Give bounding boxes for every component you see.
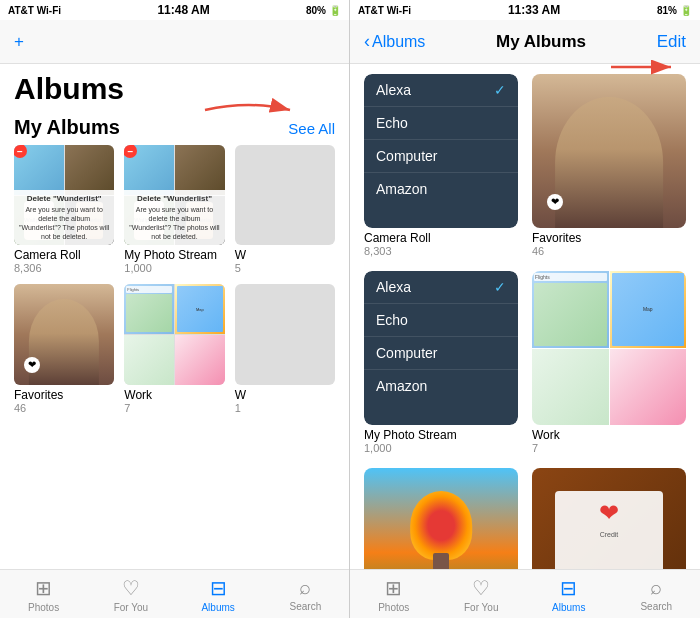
album-thumb-photo-stream: − Wallpapers Wunderlist Delete "Wunderli… <box>124 145 224 245</box>
right-album-balloon[interactable] <box>364 468 518 569</box>
album-thumb-favorites: ❤ <box>14 284 114 384</box>
left-carrier: AT&T Wi-Fi <box>8 5 61 16</box>
dropdown-item-amazon-2: Amazon <box>364 370 518 402</box>
left-time: 11:48 AM <box>157 3 209 17</box>
right-album-camera-roll[interactable]: Alexa ✓ Echo Computer Amazon <box>364 74 518 257</box>
for-you-icon-right: ♡ <box>472 576 490 600</box>
right-album-count-3: 7 <box>532 442 686 454</box>
album-count-5: 1 <box>235 402 335 414</box>
for-you-icon-left: ♡ <box>122 576 140 600</box>
tab-search-right[interactable]: ⌕ Search <box>613 576 701 612</box>
album-thumb-w2 <box>235 284 335 384</box>
right-album-count-0: 8,303 <box>364 245 518 257</box>
dropdown-menu-1: Alexa ✓ Echo Computer Amazon <box>364 74 518 228</box>
album-name-5: W <box>235 388 335 402</box>
right-screen: AT&T Wi-Fi 11:33 AM 81% 🔋 ‹ Albums My Al… <box>350 0 700 618</box>
right-album-name-0: Camera Roll <box>364 231 518 245</box>
left-battery: 80% 🔋 <box>306 5 341 16</box>
right-battery: 81% 🔋 <box>657 5 692 16</box>
album-thumb-w <box>235 145 335 245</box>
albums-icon-right: ⊟ <box>560 576 577 600</box>
page-title: Albums <box>0 64 349 110</box>
search-icon-left: ⌕ <box>299 576 311 599</box>
tab-label-photos-right: Photos <box>378 602 409 613</box>
tab-label-search-right: Search <box>640 601 672 612</box>
album-photo-stream[interactable]: − Wallpapers Wunderlist Delete "Wunderli… <box>124 145 224 274</box>
album-w2[interactable]: W 1 <box>235 284 335 413</box>
album-count-3: 46 <box>14 402 114 414</box>
tab-label-albums-left: Albums <box>201 602 234 613</box>
right-carrier: AT&T Wi-Fi <box>358 5 411 16</box>
search-icon-right: ⌕ <box>650 576 662 599</box>
album-count-4: 7 <box>124 402 224 414</box>
section-header: My Albums See All <box>0 110 349 145</box>
right-album-favorites[interactable]: ❤ Favorites 46 <box>532 74 686 257</box>
right-nav-title: My Albums <box>496 32 586 52</box>
albums-grid: − Wallpapers Wunderlist Delete "Wunderli… <box>0 145 349 414</box>
right-thumb-heart: ❤ Credit <box>532 468 686 569</box>
right-albums-list: Alexa ✓ Echo Computer Amazon <box>350 64 700 569</box>
dropdown-item-alexa: Alexa ✓ <box>364 74 518 107</box>
delete-dialog-2: Delete "Wunderlist" Are you sure you wan… <box>124 190 224 246</box>
album-camera-roll[interactable]: − Wallpapers Wunderlist Delete "Wunderli… <box>14 145 114 274</box>
dropdown-item-echo-2: Echo <box>364 304 518 337</box>
tab-for-you-right[interactable]: ♡ For You <box>438 576 526 613</box>
tab-albums-left[interactable]: ⊟ Albums <box>175 576 262 613</box>
album-name-0: Camera Roll <box>14 248 114 262</box>
back-button[interactable]: ‹ Albums <box>364 31 425 52</box>
left-status-bar: AT&T Wi-Fi 11:48 AM 80% 🔋 <box>0 0 349 20</box>
tab-photos-right[interactable]: ⊞ Photos <box>350 576 438 613</box>
albums-content: − Wallpapers Wunderlist Delete "Wunderli… <box>0 145 349 569</box>
album-thumb-work: Flights Map <box>124 284 224 384</box>
right-status-bar: AT&T Wi-Fi 11:33 AM 81% 🔋 <box>350 0 700 20</box>
album-name-1: My Photo Stream <box>124 248 224 262</box>
right-album-count-1: 46 <box>532 245 686 257</box>
tab-for-you-left[interactable]: ♡ For You <box>87 576 174 613</box>
tab-label-for-you-left: For You <box>114 602 148 613</box>
back-label: Albums <box>372 33 425 51</box>
dropdown-item-amazon: Amazon <box>364 173 518 205</box>
right-thumb-balloon <box>364 468 518 569</box>
right-thumb-camera-roll: Alexa ✓ Echo Computer Amazon <box>364 74 518 228</box>
tab-search-left[interactable]: ⌕ Search <box>262 576 349 612</box>
tab-label-photos-left: Photos <box>28 602 59 613</box>
album-work[interactable]: Flights Map Work 7 <box>124 284 224 413</box>
album-count-2: 5 <box>235 262 335 274</box>
left-nav-bar: + <box>0 20 349 64</box>
right-album-name-3: Work <box>532 428 686 442</box>
tab-photos-left[interactable]: ⊞ Photos <box>0 576 87 613</box>
delete-dialog: Delete "Wunderlist" Are you sure you wan… <box>14 190 114 246</box>
right-tab-bar: ⊞ Photos ♡ For You ⊟ Albums ⌕ Search <box>350 569 700 618</box>
add-button[interactable]: + <box>14 32 24 52</box>
tab-label-search-left: Search <box>290 601 322 612</box>
right-thumb-photo-stream: Alexa ✓ Echo Computer Amazon <box>364 271 518 425</box>
right-album-name-1: Favorites <box>532 231 686 245</box>
right-album-name-2: My Photo Stream <box>364 428 518 442</box>
tab-label-albums-right: Albums <box>552 602 585 613</box>
see-all-button[interactable]: See All <box>288 120 335 137</box>
dropdown-item-computer: Computer <box>364 140 518 173</box>
dropdown-item-computer-2: Computer <box>364 337 518 370</box>
tab-albums-right[interactable]: ⊟ Albums <box>525 576 613 613</box>
right-thumb-work: Flights Map <box>532 271 686 425</box>
right-time: 11:33 AM <box>508 3 560 17</box>
right-album-count-2: 1,000 <box>364 442 518 454</box>
album-favorites[interactable]: ❤ Favorites 46 <box>14 284 114 413</box>
right-nav-bar: ‹ Albums My Albums Edit <box>350 20 700 64</box>
right-album-work[interactable]: Flights Map Work 7 <box>532 271 686 454</box>
right-album-heart[interactable]: ❤ Credit <box>532 468 686 569</box>
dropdown-item-echo: Echo <box>364 107 518 140</box>
photos-icon-left: ⊞ <box>35 576 52 600</box>
album-thumb-camera-roll: − Wallpapers Wunderlist Delete "Wunderli… <box>14 145 114 245</box>
album-w-partial[interactable]: W 5 <box>235 145 335 274</box>
tab-label-for-you-right: For You <box>464 602 498 613</box>
edit-button[interactable]: Edit <box>657 32 686 52</box>
albums-icon-left: ⊟ <box>210 576 227 600</box>
right-album-photo-stream[interactable]: Alexa ✓ Echo Computer Amazon <box>364 271 518 454</box>
album-count-1: 1,000 <box>124 262 224 274</box>
photos-icon-right: ⊞ <box>385 576 402 600</box>
left-screen: AT&T Wi-Fi 11:48 AM 80% 🔋 + Albums My Al… <box>0 0 350 618</box>
dropdown-item-alexa-2: Alexa ✓ <box>364 271 518 304</box>
album-name-4: Work <box>124 388 224 402</box>
dropdown-menu-2: Alexa ✓ Echo Computer Amazon <box>364 271 518 425</box>
